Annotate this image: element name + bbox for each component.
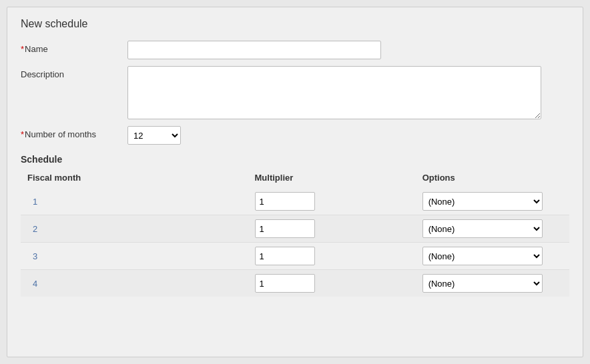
multiplier-input[interactable]: [255, 274, 315, 293]
col-header-fiscal-month: Fiscal month: [21, 170, 250, 188]
form-section: Name Description Number of months 12 1 2…: [21, 41, 569, 145]
multiplier-input[interactable]: [255, 192, 315, 211]
main-container: New schedule Name Description Number of …: [7, 7, 583, 357]
description-row: Description: [21, 66, 569, 119]
page-title: New schedule: [21, 18, 569, 30]
description-label: Description: [21, 66, 127, 79]
table-row: 1(None)Option AOption BOption C: [21, 188, 569, 215]
fiscal-month-number: 2: [26, 224, 37, 234]
col-header-multiplier: Multiplier: [250, 170, 417, 188]
number-of-months-row: Number of months 12 1 2 3 4 5 6 7 8 9 10…: [21, 126, 569, 145]
fiscal-month-number: 1: [26, 197, 37, 207]
options-select[interactable]: (None)Option AOption BOption C: [422, 274, 543, 293]
name-input[interactable]: [127, 41, 381, 59]
table-row: 3(None)Option AOption BOption C: [21, 243, 569, 270]
fiscal-month-number: 4: [26, 279, 37, 289]
description-textarea[interactable]: [127, 66, 541, 119]
options-select[interactable]: (None)Option AOption BOption C: [422, 192, 543, 211]
options-select[interactable]: (None)Option AOption BOption C: [422, 219, 543, 238]
number-of-months-select[interactable]: 12 1 2 3 4 5 6 7 8 9 10 11 24 36: [127, 126, 181, 145]
multiplier-input[interactable]: [255, 247, 315, 265]
name-label: Name: [21, 41, 127, 54]
multiplier-input[interactable]: [255, 219, 315, 238]
table-row: 4(None)Option AOption BOption C: [21, 270, 569, 297]
options-select[interactable]: (None)Option AOption BOption C: [422, 247, 543, 265]
schedule-section: Schedule Fiscal month Multiplier Options…: [21, 154, 569, 297]
schedule-table: Fiscal month Multiplier Options 1(None)O…: [21, 170, 569, 297]
table-row: 2(None)Option AOption BOption C: [21, 215, 569, 243]
name-row: Name: [21, 41, 569, 59]
col-header-options: Options: [417, 170, 569, 188]
fiscal-month-number: 3: [26, 251, 37, 261]
schedule-title: Schedule: [21, 154, 569, 165]
number-of-months-label: Number of months: [21, 126, 127, 139]
